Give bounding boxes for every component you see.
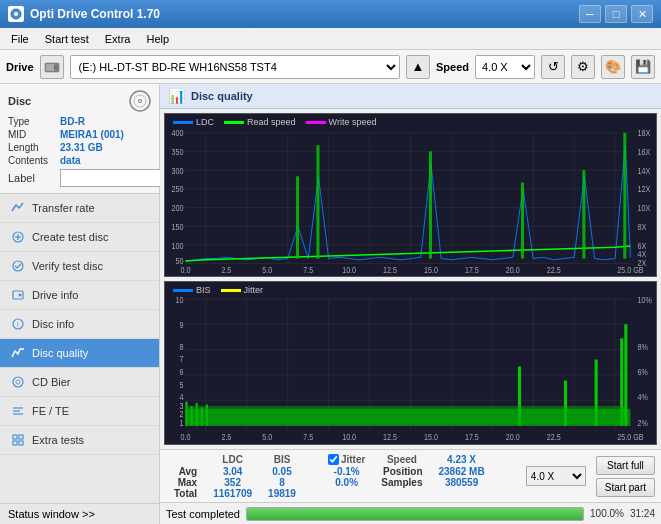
bottom-bar: Test completed 100.0% 31:24 (160, 502, 661, 524)
avg-label: Avg (166, 466, 205, 477)
title-bar-left: Opti Drive Control 1.70 (8, 6, 160, 22)
speed-dropdown-area: 4.0 X (526, 466, 586, 486)
refresh-button[interactable]: ↺ (541, 55, 565, 79)
total-bis: 19819 (260, 488, 304, 499)
disc-quality-title: Disc quality (191, 90, 253, 102)
start-part-button[interactable]: Start part (596, 478, 655, 497)
disc-length-value: 23.31 GB (60, 142, 103, 153)
svg-text:350: 350 (171, 147, 183, 157)
settings-button[interactable]: ⚙ (571, 55, 595, 79)
svg-text:5: 5 (179, 378, 183, 389)
drive-label: Drive (6, 61, 34, 73)
read-speed-legend-label: Read speed (247, 117, 296, 127)
svg-text:8: 8 (179, 340, 183, 351)
total-row: Total 1161709 19819 (166, 488, 493, 499)
svg-text:2X: 2X (638, 258, 647, 268)
svg-text:2%: 2% (638, 417, 649, 428)
minimize-button[interactable]: ─ (579, 5, 601, 23)
bis-legend-item: BIS (173, 285, 211, 295)
status-window-button[interactable]: Status window >> (0, 503, 159, 524)
ldc-legend-color (173, 121, 193, 124)
nav-item-verify-test-disc[interactable]: Verify test disc (0, 252, 159, 281)
svg-rect-3 (46, 64, 54, 71)
jitter-legend-item: Jitter (221, 285, 264, 295)
nav-item-extra-tests[interactable]: Extra tests (0, 426, 159, 455)
jitter-header: Jitter (320, 453, 373, 466)
nav-item-transfer-rate[interactable]: Transfer rate (0, 194, 159, 223)
svg-text:4%: 4% (638, 391, 649, 402)
speed-label: Speed (436, 61, 469, 73)
total-ldc: 1161709 (205, 488, 260, 499)
menu-bar: File Start test Extra Help (0, 28, 661, 50)
menu-start-test[interactable]: Start test (38, 31, 96, 47)
svg-rect-49 (429, 151, 432, 258)
menu-extra[interactable]: Extra (98, 31, 138, 47)
transfer-rate-icon (10, 200, 26, 216)
verify-test-disc-icon (10, 258, 26, 274)
disc-icon (129, 90, 151, 112)
svg-text:7.5: 7.5 (303, 266, 313, 276)
svg-text:15.0: 15.0 (424, 266, 438, 276)
svg-point-19 (16, 380, 20, 384)
svg-text:400: 400 (171, 129, 183, 139)
speed-select[interactable]: 4.0 X (475, 55, 535, 79)
svg-text:22.5: 22.5 (547, 266, 561, 276)
ldc-legend-label: LDC (196, 117, 214, 127)
svg-text:5.0: 5.0 (262, 431, 272, 442)
start-full-button[interactable]: Start full (596, 456, 655, 475)
color-button[interactable]: 🎨 (601, 55, 625, 79)
svg-text:0.0: 0.0 (180, 431, 190, 442)
svg-point-5 (55, 66, 57, 68)
nav-item-disc-quality[interactable]: Disc quality (0, 339, 159, 368)
max-ldc: 352 (205, 477, 260, 488)
total-label: Total (166, 488, 205, 499)
disc-type-row: Type BD-R (8, 116, 151, 127)
nav-item-fe-te[interactable]: FE / TE (0, 397, 159, 426)
nav-item-cd-bier[interactable]: CD Bier (0, 368, 159, 397)
ldc-legend-item: LDC (173, 117, 214, 127)
progress-bar (246, 507, 584, 521)
jitter-legend-color (221, 289, 241, 292)
samples-value: 380559 (431, 477, 493, 488)
nav-item-drive-info[interactable]: Drive info (0, 281, 159, 310)
bis-legend-color (173, 289, 193, 292)
drive-icon-btn[interactable] (40, 55, 64, 79)
jitter-legend-label: Jitter (244, 285, 264, 295)
nav-item-disc-info[interactable]: i Disc info (0, 310, 159, 339)
disc-length-label: Length (8, 142, 60, 153)
drive-select[interactable]: (E:) HL-DT-ST BD-RE WH16NS58 TST4 (70, 55, 400, 79)
svg-text:12.5: 12.5 (383, 266, 397, 276)
maximize-button[interactable]: □ (605, 5, 627, 23)
save-button[interactable]: 💾 (631, 55, 655, 79)
svg-rect-26 (19, 441, 23, 445)
app-title: Opti Drive Control 1.70 (30, 7, 160, 21)
nav-label-verify-test-disc: Verify test disc (32, 260, 103, 272)
eject-button[interactable]: ▲ (406, 55, 430, 79)
disc-contents-row: Contents data (8, 155, 151, 166)
close-button[interactable]: ✕ (631, 5, 653, 23)
read-speed-legend-item: Read speed (224, 117, 296, 127)
title-controls: ─ □ ✕ (579, 5, 653, 23)
speed-value-header: 4.23 X (431, 453, 493, 466)
avg-ldc: 3.04 (205, 466, 260, 477)
progress-fill (247, 508, 583, 520)
sidebar: Disc Type BD-R MID MEIRA1 (001) Length 2… (0, 84, 160, 524)
bis-header: BIS (260, 453, 304, 466)
svg-rect-48 (316, 145, 319, 258)
speed-dropdown[interactable]: 4.0 X (526, 466, 586, 486)
svg-text:25.0 GB: 25.0 GB (617, 431, 643, 442)
max-bis: 8 (260, 477, 304, 488)
menu-help[interactable]: Help (139, 31, 176, 47)
nav-item-create-test-disc[interactable]: Create test disc (0, 223, 159, 252)
max-jitter: 0.0% (320, 477, 373, 488)
menu-file[interactable]: File (4, 31, 36, 47)
stats-table: LDC BIS Jitter Speed 4 (166, 453, 518, 499)
disc-info-icon: i (10, 316, 26, 332)
position-label: Position (373, 466, 430, 477)
disc-type-value: BD-R (60, 116, 85, 127)
ldc-header: LDC (205, 453, 260, 466)
svg-text:15.0: 15.0 (424, 431, 438, 442)
title-bar: Opti Drive Control 1.70 ─ □ ✕ (0, 0, 661, 28)
jitter-checkbox[interactable] (328, 454, 339, 465)
svg-text:250: 250 (171, 185, 183, 195)
